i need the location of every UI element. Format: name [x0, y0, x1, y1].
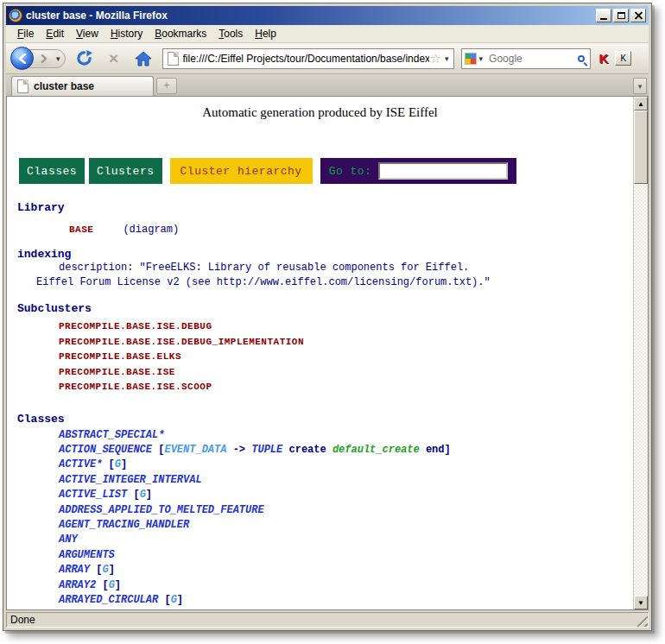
stop-button[interactable]: × [104, 48, 124, 69]
bracket: [ [90, 564, 102, 576]
generic-param-link[interactable]: G [140, 489, 146, 501]
indexing-line-1: description: "FreeELKS: Library of reusa… [7, 261, 633, 275]
generic-param-link[interactable]: G [115, 458, 121, 470]
bracket: ] [177, 594, 183, 606]
class-row: ADDRESS_APPLIED_TO_MELTED_FEATURE [7, 503, 633, 518]
tab-cluster-base[interactable]: cluster base [11, 76, 154, 96]
back-button[interactable] [10, 47, 34, 70]
class-row: ARGUMENTS [7, 548, 633, 563]
scroll-up-button[interactable]: ▲ [634, 97, 648, 110]
bracket: ] [146, 489, 152, 501]
firefox-icon [9, 9, 22, 22]
history-dropdown-icon[interactable]: ▾ [54, 54, 63, 63]
minimize-button[interactable] [596, 9, 611, 22]
refresh-button[interactable] [74, 48, 95, 69]
tab-list-dropdown[interactable]: ▾ [633, 78, 647, 94]
subclusters-heading: Subclusters [7, 302, 633, 315]
close-icon [635, 12, 643, 19]
classes-heading: Classes [7, 413, 633, 426]
maximize-button[interactable] [613, 9, 629, 22]
google-icon [465, 53, 477, 65]
subcluster-link[interactable]: PRECOMPILE.BASE.ISE.DEBUG_IMPLEMENTATION [7, 335, 633, 350]
feature-link[interactable]: default_create [332, 444, 420, 456]
vertical-scrollbar[interactable]: ▲ ▼ [633, 97, 648, 609]
search-input[interactable] [485, 52, 577, 66]
menu-edit[interactable]: Edit [40, 26, 70, 41]
class-link[interactable]: ARRAYED_LIST [59, 609, 133, 609]
search-engine-dropdown-icon[interactable]: ▾ [477, 54, 486, 63]
class-link[interactable]: ABSTRACT_SPECIAL* [59, 429, 164, 441]
url-input[interactable] [183, 53, 429, 65]
status-text: Done [6, 612, 649, 628]
class-link[interactable]: ARGUMENTS [59, 549, 115, 561]
class-row: AGENT_TRACING_HANDLER [7, 518, 633, 533]
tab-label: cluster base [34, 80, 94, 92]
clusters-button[interactable]: Clusters [89, 158, 162, 184]
class-link[interactable]: ADDRESS_APPLIED_TO_MELTED_FEATURE [59, 504, 264, 516]
generic-param-link[interactable]: G [109, 579, 115, 591]
subcluster-link[interactable]: PRECOMPILE.BASE.ISE.SCOOP [7, 380, 633, 395]
generic-param-link[interactable]: G [171, 594, 177, 606]
bracket: [ [158, 594, 170, 606]
content-area: Automatic generation produced by ISE Eif… [6, 96, 649, 610]
goto-panel: Go to: [320, 158, 517, 184]
titlebar: cluster base - Mozilla Firefox [6, 6, 649, 25]
library-row: BASE(diagram) [7, 224, 633, 236]
scrollbar-thumb[interactable] [634, 110, 648, 184]
class-link[interactable]: TUPLE [251, 444, 282, 456]
class-link[interactable]: ANY [59, 534, 78, 546]
class-row: ACTIVE* [G] [7, 458, 633, 472]
generic-param-link[interactable]: EVENT_DATA [164, 444, 226, 456]
generic-param-link[interactable]: G [102, 564, 108, 576]
nav-toolbar: ▾ × ☆ ▾ ▾ K K [6, 43, 649, 74]
library-name-link[interactable]: BASE [69, 224, 93, 235]
subcluster-link[interactable]: PRECOMPILE.BASE.ISE [7, 365, 633, 381]
class-link[interactable]: ARRAYED_CIRCULAR [59, 594, 158, 606]
status-bar: Done [6, 611, 649, 628]
classes-button[interactable]: Classes [19, 158, 85, 184]
close-button[interactable] [630, 9, 646, 22]
maximize-icon [618, 12, 625, 19]
scroll-down-button[interactable]: ▼ [634, 596, 648, 609]
cluster-hierarchy-button[interactable]: Cluster hierarchy [170, 158, 313, 184]
forward-button[interactable] [35, 51, 54, 66]
menu-view[interactable]: View [70, 26, 104, 41]
k-toolbar-button[interactable]: K [615, 51, 631, 66]
generic-param-link[interactable]: G [146, 609, 152, 609]
scrollbar-track[interactable] [634, 184, 648, 596]
class-row: ABSTRACT_SPECIAL* [7, 428, 633, 443]
class-link[interactable]: AGENT_TRACING_HANDLER [59, 519, 189, 531]
home-icon [135, 51, 152, 66]
class-link[interactable]: ARRAY [59, 564, 90, 576]
subcluster-link[interactable]: PRECOMPILE.BASE.ELKS [7, 350, 633, 365]
menu-history[interactable]: History [104, 26, 149, 41]
bracket: [ [127, 489, 139, 501]
library-diagram-link[interactable]: (diagram) [123, 224, 179, 236]
firefox-window: cluster base - Mozilla Firefox File Edit… [3, 3, 652, 631]
new-tab-button[interactable]: + [156, 78, 177, 94]
bookmark-star-icon[interactable]: ☆ [429, 51, 442, 66]
class-link[interactable]: ACTIVE_LIST [59, 489, 127, 501]
forward-arrow-icon [41, 54, 48, 63]
search-icon[interactable] [578, 55, 585, 62]
class-link[interactable]: ACTIVE_INTEGER_INTERVAL [59, 474, 202, 486]
address-bar[interactable]: ☆ ▾ [162, 48, 454, 69]
class-link[interactable]: ACTION_SEQUENCE [59, 444, 152, 456]
class-row: ACTIVE_LIST [G] [7, 488, 633, 502]
goto-label: Go to: [329, 165, 372, 178]
refresh-icon [76, 50, 92, 66]
goto-input[interactable] [378, 162, 508, 180]
kaspersky-icon[interactable]: K [599, 51, 609, 66]
document-page: Automatic generation produced by ISE Eif… [7, 97, 633, 609]
menu-tools[interactable]: Tools [212, 26, 249, 41]
class-link[interactable]: ARRAY2 [59, 579, 96, 591]
menu-file[interactable]: File [11, 26, 40, 41]
url-dropdown-icon[interactable]: ▾ [442, 54, 452, 63]
stop-icon: × [109, 49, 118, 68]
class-link[interactable]: ACTIVE* [59, 458, 102, 470]
menu-bookmarks[interactable]: Bookmarks [149, 26, 212, 41]
search-bar[interactable]: ▾ [461, 48, 591, 69]
subcluster-link[interactable]: PRECOMPILE.BASE.ISE.DEBUG [7, 319, 633, 335]
home-button[interactable] [133, 48, 154, 69]
menu-help[interactable]: Help [249, 26, 282, 41]
